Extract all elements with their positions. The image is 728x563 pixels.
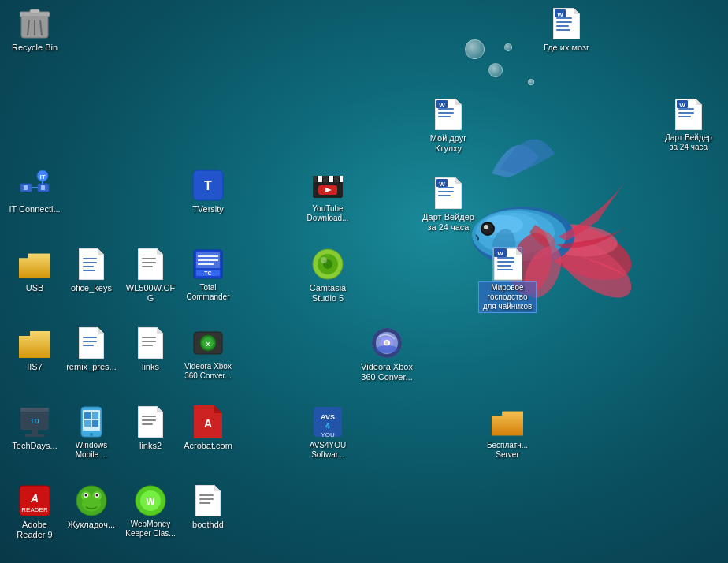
- svg-rect-146: [678, 116, 691, 117]
- svg-point-0: [533, 214, 633, 290]
- links-icon[interactable]: links: [122, 327, 179, 373]
- svg-point-91: [90, 433, 93, 436]
- usb-image: [19, 248, 50, 280]
- avs4you-image: AVS 4 YOU: [312, 406, 344, 438]
- mirovoe-icon[interactable]: W Мировое господство для чайников: [479, 248, 536, 312]
- svg-text:AVS: AVS: [321, 413, 335, 421]
- tversity-icon[interactable]: T TVersity: [180, 170, 236, 215]
- wl500w-icon[interactable]: WL500W.CFG: [122, 248, 179, 304]
- winmobile-image: [76, 406, 107, 438]
- svg-text:IT: IT: [39, 173, 45, 181]
- svg-rect-54: [329, 176, 333, 182]
- svg-rect-99: [142, 419, 156, 421]
- it-connect-icon[interactable]: IT IT Connecti...: [6, 170, 63, 215]
- svg-rect-93: [92, 412, 98, 419]
- mirovoe-image: W: [492, 248, 523, 280]
- acrobat-icon[interactable]: A Acrobat.com: [180, 406, 236, 452]
- svg-text:A: A: [30, 492, 39, 505]
- svg-rect-66: [83, 341, 97, 342]
- svg-rect-43: [198, 263, 214, 265]
- svg-rect-53: [323, 176, 328, 182]
- boothdd-label: boothdd: [191, 519, 225, 531]
- svg-rect-100: [142, 423, 153, 425]
- avs4you-icon[interactable]: AVS 4 YOU AVS4YOU Softwar...: [299, 406, 356, 460]
- svg-rect-51: [312, 176, 317, 182]
- svg-rect-132: [556, 29, 570, 31]
- recycle-bin-label: Recycle Bin: [10, 42, 59, 54]
- svg-rect-161: [497, 265, 511, 267]
- svg-point-10: [484, 225, 488, 229]
- iis7-image: [19, 327, 50, 359]
- acrobat-label: Acrobat.com: [182, 440, 234, 452]
- remix-pres-label: remix_pres...: [65, 361, 118, 373]
- svg-point-6: [484, 213, 539, 241]
- svg-text:TD: TD: [30, 417, 39, 425]
- svg-rect-138: [438, 112, 454, 114]
- webmoney-icon[interactable]: W WebMoney Keeper Clas...: [122, 485, 179, 539]
- gde-mozg-icon[interactable]: W Где их мозг: [538, 8, 595, 54]
- videora-icon[interactable]: X Videora Xbox 360 Conver...: [180, 327, 236, 382]
- svg-rect-65: [83, 337, 97, 338]
- links-image: [135, 327, 166, 359]
- iis7-icon[interactable]: IIS7: [6, 327, 63, 373]
- besplatn-icon[interactable]: Бесплатн... Server: [479, 406, 536, 460]
- mirovoe-label: Мировое господство для чайников: [479, 282, 536, 312]
- remix-pres-image: [76, 327, 107, 359]
- links2-icon[interactable]: links2: [122, 406, 179, 452]
- svg-marker-123: [214, 485, 221, 491]
- svg-point-8: [481, 222, 495, 236]
- svg-rect-31: [83, 262, 97, 263]
- svg-rect-37: [142, 262, 156, 263]
- svg-text:W: W: [679, 102, 685, 109]
- ofice-keys-image: [76, 248, 107, 280]
- videora-image: X: [192, 327, 224, 359]
- acrobat-image: A: [192, 406, 224, 438]
- boothdd-icon[interactable]: boothdd: [180, 485, 236, 531]
- svg-rect-24: [41, 185, 45, 190]
- techdays-icon[interactable]: TD TechDays...: [6, 406, 63, 452]
- zhukla-icon[interactable]: Жукладоч...: [63, 485, 120, 531]
- svg-rect-95: [92, 420, 98, 427]
- svg-rect-159: [497, 257, 514, 259]
- svg-rect-162: [497, 269, 513, 270]
- svg-rect-160: [497, 261, 514, 263]
- dart-vader-icon[interactable]: W Дарт Вейдер за 24 часа: [660, 99, 717, 153]
- svg-rect-56: [340, 176, 344, 182]
- adobe-reader-icon[interactable]: A READER Adobe Reader 9: [6, 485, 63, 541]
- svg-text:W: W: [439, 181, 445, 188]
- ofice-keys-icon[interactable]: ofice_keys: [63, 248, 120, 294]
- svg-rect-42: [198, 259, 218, 261]
- cdburner-image: [371, 327, 403, 359]
- svg-text:W: W: [557, 11, 563, 18]
- svg-rect-94: [84, 420, 91, 427]
- svg-text:X: X: [206, 341, 210, 348]
- youtube-dl-icon[interactable]: YouTube Download...: [299, 170, 356, 224]
- ofice-keys-label: ofice_keys: [69, 282, 113, 294]
- avs4you-label: AVS4YOU Softwar...: [299, 440, 356, 460]
- zhukla-label: Жукладоч...: [66, 519, 117, 531]
- svg-rect-70: [142, 337, 156, 338]
- moi-drug-image: W: [433, 99, 464, 130]
- bubble-deco: [504, 43, 512, 51]
- winmobile-icon[interactable]: Windows Mobile ...: [63, 406, 120, 460]
- svg-text:4: 4: [325, 421, 331, 431]
- moi-drug-icon[interactable]: W Мой друг Ктулху: [420, 99, 477, 155]
- svg-rect-86: [32, 430, 38, 434]
- svg-point-114: [82, 496, 101, 512]
- usb-icon[interactable]: USB: [6, 248, 63, 294]
- plan-zahvata-icon[interactable]: W Дарт Вейдер за 24 часа: [420, 177, 477, 233]
- svg-rect-36: [142, 258, 156, 259]
- svg-text:TC: TC: [204, 270, 211, 276]
- cdburner-icon[interactable]: Videora Xbox 360 Conver...: [358, 327, 415, 383]
- links-label: links: [140, 361, 161, 373]
- besplatn-image: [492, 406, 523, 438]
- svg-rect-124: [199, 494, 214, 496]
- camtasia-icon[interactable]: Camtasia Studio 5: [299, 248, 356, 304]
- total-commander-image: TC: [192, 248, 224, 280]
- remix-pres-icon[interactable]: remix_pres...: [63, 327, 120, 373]
- iis7-label: IIS7: [25, 361, 44, 373]
- recycle-bin-icon[interactable]: Recycle Bin: [6, 8, 63, 54]
- total-commander-label: Total Commander: [180, 282, 236, 303]
- total-commander-icon[interactable]: TC Total Commander: [180, 248, 236, 303]
- bubble-deco: [528, 79, 534, 85]
